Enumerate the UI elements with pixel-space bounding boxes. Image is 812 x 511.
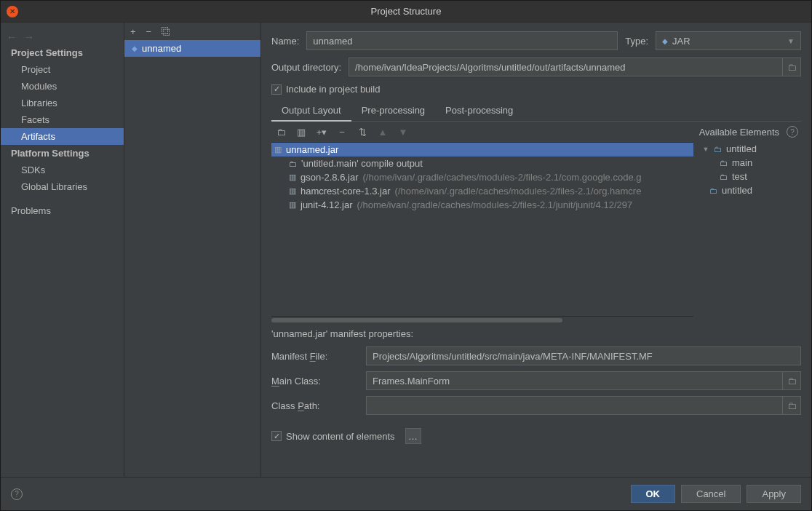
sidebar-item-libraries[interactable]: Libraries (1, 95, 124, 111)
new-archive-icon[interactable]: ▥ (295, 127, 308, 138)
copy-icon[interactable]: ⿻ (162, 26, 171, 37)
folder-icon: 🗀 (787, 62, 797, 73)
sidebar-item-facets[interactable]: Facets (1, 111, 124, 128)
include-build-label: Include in project build (286, 84, 380, 95)
sidebar-item-problems[interactable]: Problems (1, 202, 124, 219)
jar-icon: ▥ (289, 200, 296, 210)
jar-icon: ▥ (289, 186, 296, 196)
include-build-checkbox[interactable]: ✓ (271, 84, 282, 95)
type-select[interactable]: ◆ JAR ▼ (656, 31, 801, 50)
tree-node-root[interactable]: ▼ 🗀 untitled (699, 142, 801, 156)
jar-icon: ◆ (662, 37, 668, 45)
sort-icon[interactable]: ⇅ (356, 127, 369, 138)
browse-class-path-button[interactable]: 🗀 (782, 396, 801, 415)
class-path-input[interactable] (366, 396, 782, 415)
name-label: Name: (271, 36, 299, 47)
tree-node-label: hamcrest-core-1.3.jar (300, 186, 391, 197)
tree-node[interactable]: 🗀 test (699, 170, 801, 183)
tree-node-label: gson-2.8.6.jar (300, 172, 359, 183)
close-icon[interactable]: ✕ (7, 6, 18, 17)
show-content-more-button[interactable]: … (405, 428, 421, 444)
dialog-footer: ? OK Cancel Apply (1, 477, 811, 510)
folder-icon: 🗀 (720, 173, 728, 181)
scrollbar-thumb[interactable] (271, 318, 562, 322)
ok-button[interactable]: OK (631, 485, 676, 503)
move-up-icon[interactable]: ▲ (376, 127, 389, 138)
folder-icon: 🗀 (289, 159, 297, 168)
output-dir-input[interactable] (349, 58, 782, 76)
tree-node-label: junit-4.12.jar (300, 199, 353, 210)
tab-pre-processing[interactable]: Pre-processing (351, 100, 435, 121)
sidebar-item-sdks[interactable]: SDKs (1, 162, 124, 178)
tree-node-path: (/home/ivan/.gradle/caches/modules-2/fil… (363, 172, 642, 183)
footer-help-icon[interactable]: ? (11, 488, 23, 500)
tree-node-root[interactable]: ▥ unnamed.jar (271, 143, 693, 157)
tree-node[interactable]: ▥ gson-2.8.6.jar (/home/ivan/.gradle/cac… (271, 170, 693, 184)
tab-output-layout[interactable]: Output Layout (271, 100, 351, 122)
main-class-label: Main Class: (271, 376, 359, 387)
show-content-checkbox[interactable]: ✓ (271, 431, 282, 441)
tree-node-path: (/home/ivan/.gradle/caches/modules-2/fil… (395, 186, 642, 197)
artifact-icon: ◆ (132, 44, 138, 52)
show-content-label: Show content of elements (286, 431, 395, 442)
browse-main-class-button[interactable]: 🗀 (782, 371, 801, 390)
output-layout-tree[interactable]: ▥ unnamed.jar 🗀 'untitled.main' compile … (271, 142, 693, 317)
add-icon[interactable]: + (130, 26, 136, 37)
module-icon: 🗀 (714, 145, 722, 154)
manifest-header: 'unnamed.jar' manifest properties: (271, 328, 801, 339)
cancel-button[interactable]: Cancel (681, 485, 741, 503)
tree-node[interactable]: 🗀 'untitled.main' compile output (271, 157, 693, 170)
available-elements-tree[interactable]: ▼ 🗀 untitled 🗀 main 🗀 test 🗀 untit (699, 142, 801, 317)
add-copy-icon[interactable]: +▾ (315, 127, 328, 138)
chevron-down-icon: ▼ (787, 37, 795, 45)
type-value: JAR (672, 36, 690, 47)
tree-node-label: untitled (722, 185, 752, 196)
remove-icon[interactable]: − (146, 26, 152, 37)
move-down-icon[interactable]: ▼ (397, 127, 410, 138)
module-icon: 🗀 (709, 186, 717, 195)
sidebar-item-project[interactable]: Project (1, 61, 124, 78)
new-folder-icon[interactable]: 🗀 (274, 127, 287, 138)
nav-back-icon[interactable]: ← (7, 31, 17, 43)
apply-button[interactable]: Apply (747, 485, 801, 503)
class-path-label: Class Path: (271, 400, 359, 411)
chevron-down-icon[interactable]: ▼ (702, 146, 709, 153)
tree-node-label: 'untitled.main' compile output (301, 158, 423, 169)
sidebar: ← → Project Settings Project Modules Lib… (1, 23, 124, 477)
tab-post-processing[interactable]: Post-processing (435, 100, 523, 121)
artifact-list-item[interactable]: ◆ unnamed (124, 40, 260, 57)
nav-forward-icon[interactable]: → (24, 31, 34, 43)
sidebar-item-artifacts[interactable]: Artifacts (1, 128, 124, 145)
help-icon[interactable]: ? (787, 126, 798, 138)
browse-output-dir-button[interactable]: 🗀 (782, 58, 801, 76)
tree-node-label: unnamed.jar (286, 144, 338, 155)
sidebar-item-modules[interactable]: Modules (1, 78, 124, 95)
folder-icon: 🗀 (787, 400, 797, 411)
tree-node[interactable]: 🗀 untitled (699, 183, 801, 197)
main-class-input[interactable] (366, 371, 782, 390)
remove-element-icon[interactable]: − (335, 127, 349, 138)
sidebar-item-global-libraries[interactable]: Global Libraries (1, 178, 124, 195)
manifest-file-input[interactable] (366, 346, 801, 365)
type-label: Type: (625, 36, 648, 47)
manifest-file-label: Manifest File: (271, 351, 359, 362)
window-title: Project Structure (1, 6, 811, 17)
folder-icon: 🗀 (720, 159, 728, 167)
jar-icon: ▥ (289, 173, 296, 182)
tree-node-label: main (732, 157, 752, 168)
name-input[interactable] (306, 31, 618, 50)
output-dir-label: Output directory: (271, 62, 341, 73)
tree-node[interactable]: ▥ junit-4.12.jar (/home/ivan/.gradle/cac… (271, 198, 693, 212)
sidebar-section-platform-settings: Platform Settings (1, 145, 124, 162)
artifact-list-label: unnamed (142, 43, 181, 54)
artifact-tabs: Output Layout Pre-processing Post-proces… (271, 100, 801, 122)
jar-icon: ▥ (274, 145, 282, 154)
main-panel: Name: Type: ◆ JAR ▼ Output directory: 🗀 … (261, 23, 811, 477)
folder-icon: 🗀 (787, 376, 797, 387)
tree-node[interactable]: 🗀 main (699, 156, 801, 170)
tree-node[interactable]: ▥ hamcrest-core-1.3.jar (/home/ivan/.gra… (271, 184, 693, 198)
tree-node-label: untitled (726, 143, 757, 154)
titlebar: ✕ Project Structure (1, 1, 811, 23)
tree-node-path: (/home/ivan/.gradle/caches/modules-2/fil… (357, 199, 633, 210)
horizontal-scrollbar[interactable] (271, 318, 801, 322)
